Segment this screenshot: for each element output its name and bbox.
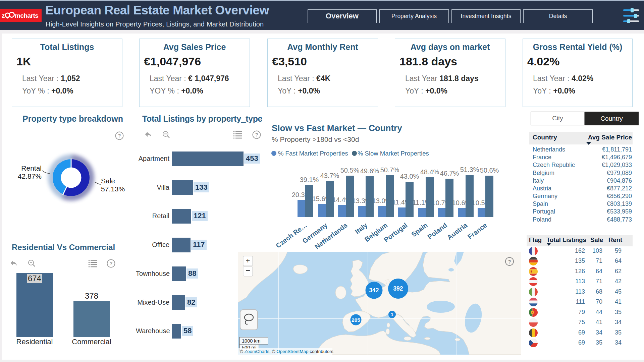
svg-text:205: 205 — [352, 317, 360, 323]
svg-text:mcharts: mcharts — [15, 12, 38, 19]
svg-text:?: ? — [109, 260, 112, 266]
svg-text:−: − — [246, 266, 250, 275]
svg-text:1: 1 — [391, 312, 393, 317]
svg-text:© ZoomCharts, © OpenStreetMap: © ZoomCharts, © OpenStreetMap contributo… — [240, 349, 333, 354]
svg-text:342: 342 — [369, 287, 379, 294]
svg-text:?: ? — [255, 132, 258, 137]
svg-text:z: z — [2, 12, 5, 19]
svg-text:+: + — [246, 256, 250, 265]
svg-text:?: ? — [118, 133, 121, 138]
svg-text:392: 392 — [393, 285, 403, 292]
svg-text:?: ? — [508, 259, 511, 264]
svg-text:1000 km: 1000 km — [242, 338, 261, 344]
